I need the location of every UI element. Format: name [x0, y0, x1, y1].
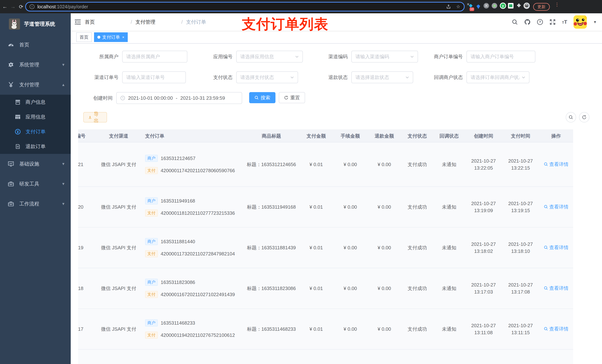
navbar-actions: ? TT ▼	[512, 15, 602, 29]
chrome-menu-icon[interactable]: ⋮	[555, 3, 558, 6]
pay-tag: 支付	[145, 209, 158, 217]
breadcrumb-group[interactable]: 支付管理	[136, 19, 178, 25]
view-detail-label: 查看详情	[549, 244, 569, 251]
search-icon	[544, 245, 548, 250]
search-icon	[254, 95, 259, 100]
view-detail-link[interactable]: 查看详情	[544, 285, 569, 291]
extension-icon-4[interactable]	[492, 3, 498, 9]
channel-order-no-input[interactable]: 请输入渠道订单号	[122, 71, 186, 83]
extension-icon-3[interactable]: ⌘	[484, 3, 489, 9]
annotation-title: 支付订单列表	[242, 15, 328, 34]
extension-icon-5[interactable]: y	[500, 3, 506, 9]
sidebar-item-label: 应用信息	[26, 114, 45, 120]
avatar[interactable]	[573, 15, 587, 29]
app-id-select[interactable]: 请选择应用信息	[236, 51, 303, 62]
channel-code-select[interactable]: 请输入渠道编码	[351, 51, 418, 62]
merchant-input[interactable]: 请选择所属商户	[122, 51, 187, 62]
share-icon[interactable]	[446, 4, 451, 9]
extension-puzzle-icon[interactable]	[516, 3, 522, 9]
cell-notify-status: 未通知	[433, 245, 465, 251]
sidebar-item-home[interactable]: 首页	[0, 35, 71, 55]
avatar-caret-icon[interactable]: ▼	[593, 20, 597, 24]
chrome-update-button[interactable]: 更新	[533, 3, 550, 11]
reload-icon[interactable]: ⟳	[18, 0, 24, 13]
sidebar-item-devtools[interactable]: 研发工具 ▼	[0, 174, 71, 194]
placeholder: 请输入商户订单编号	[471, 53, 531, 60]
sidebar-item-payment[interactable]: 支付管理 ▲	[0, 75, 71, 95]
search-icon[interactable]	[512, 19, 518, 25]
search-button[interactable]: 搜索	[249, 92, 275, 103]
field-label: 回调商户状态	[422, 74, 466, 81]
cell-refund: ¥ 0.00	[367, 286, 401, 291]
extension-emoji-icon[interactable]: 😀	[524, 3, 529, 9]
view-detail-link[interactable]: 查看详情	[544, 161, 569, 167]
cell-refund: ¥ 0.00	[367, 162, 401, 167]
sidebar-item-refund-order[interactable]: 退款订单	[0, 139, 71, 154]
pay-tag: 支付	[145, 291, 158, 298]
placeholder: 请选择支付状态	[240, 74, 288, 81]
cell-pay-order: 商户 1635311468233 支付 42000011942021102767…	[140, 319, 244, 339]
sidebar-item-app-info[interactable]: 应用信息	[0, 110, 71, 124]
close-icon[interactable]: ×	[122, 35, 124, 39]
extension-icon-6[interactable]	[508, 3, 514, 9]
back-icon[interactable]: ←	[1, 0, 8, 13]
help-icon[interactable]: ?	[537, 19, 543, 25]
toggle-search-button[interactable]	[566, 112, 576, 123]
address-bar[interactable]: i localhost:1024/pay/order ☆	[25, 2, 465, 11]
toolbox-icon	[8, 181, 14, 187]
refresh-table-button[interactable]	[579, 112, 589, 123]
monitor-icon	[8, 161, 14, 167]
breadcrumb-home[interactable]: 首页	[85, 19, 127, 25]
fullscreen-icon[interactable]	[549, 19, 556, 25]
cell-pay-status: 支付成功	[401, 161, 433, 168]
main-area: 首页 / 支付管理 / 支付订单 支付订单列表 ? TT ▼ 首页	[71, 13, 602, 364]
clock-icon	[120, 96, 125, 100]
notify-status-select[interactable]: 请选择订单回调商户状态	[466, 71, 529, 83]
pay-time: 13:17:08	[502, 288, 539, 295]
date-range-picker[interactable]: 2021-10-01 00:00:00 - 2021-10-31 23:59:5…	[116, 92, 242, 104]
extension-icon-2[interactable]	[475, 4, 481, 10]
tab-label: 支付订单	[102, 34, 120, 40]
merchant-order-no-input[interactable]: 请输入商户订单编号	[466, 51, 535, 62]
github-icon[interactable]	[524, 19, 531, 25]
refresh-icon	[582, 115, 587, 120]
tab-home[interactable]: 首页	[76, 32, 92, 42]
bookmark-star-icon[interactable]: ☆	[456, 4, 460, 9]
dashboard-icon	[8, 42, 14, 48]
view-detail-link[interactable]: 查看详情	[544, 204, 569, 210]
refund-status-select[interactable]: 请选择退款状态	[351, 71, 413, 83]
sidebar-item-merchant-info[interactable]: 商户信息	[0, 95, 71, 110]
view-detail-link[interactable]: 查看详情	[544, 244, 569, 251]
breadcrumb-current: 支付订单	[186, 19, 206, 25]
search-button-label: 搜索	[261, 94, 270, 101]
site-info-icon[interactable]: i	[30, 4, 34, 9]
sidebar-item-infra[interactable]: 基础设施 ▼	[0, 154, 71, 174]
export-button[interactable]: 导出	[83, 112, 107, 123]
date-start[interactable]: 2021-10-01 00:00:00	[128, 95, 173, 101]
pay-no-line: 支付 4200001167202110271022491439	[145, 291, 244, 298]
sidebar-item-workflow[interactable]: 工作流程 ▼	[0, 194, 71, 214]
cell-title: 标题：1635312124656	[244, 161, 299, 168]
date-end[interactable]: 2021-10-31 23:59:59	[180, 95, 225, 101]
url-text[interactable]: localhost:1024/pay/order	[37, 4, 441, 10]
text-size-icon[interactable]: TT	[562, 19, 567, 25]
app-logo[interactable]: 芋道管理系统	[0, 13, 71, 35]
hamburger-icon[interactable]	[71, 19, 85, 25]
merchant-tag: 商户	[145, 238, 158, 245]
cell-fee: ¥ 0.00	[333, 326, 367, 332]
create-time: 13:18:02	[465, 248, 502, 255]
extension-icon-1[interactable]: 10	[467, 4, 473, 10]
sidebar-item-pay-order[interactable]: 支付订单	[0, 124, 71, 139]
view-detail-link[interactable]: 查看详情	[544, 326, 569, 332]
placeholder: 请选择应用信息	[240, 53, 293, 60]
sidebar-item-system[interactable]: 系统管理 ▼	[0, 55, 71, 75]
sidebar-item-label: 退款订单	[26, 143, 45, 150]
filter-notify-status: 回调商户状态 请选择订单回调商户状态	[422, 71, 529, 83]
tab-pay-order[interactable]: 支付订单 ×	[94, 32, 128, 42]
forward-icon[interactable]: →	[10, 0, 16, 13]
pay-status-select[interactable]: 请选择支付状态	[236, 71, 298, 83]
search-icon	[544, 327, 548, 331]
chevron-down-icon	[410, 55, 414, 58]
cell-pay-order: 商户 1635311881440 支付 42000011732021102728…	[140, 238, 244, 257]
reset-button[interactable]: 重置	[279, 92, 305, 103]
